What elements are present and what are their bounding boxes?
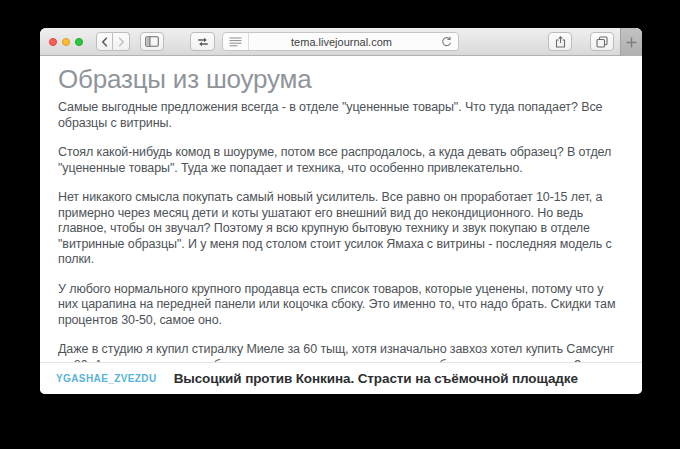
- reader-lines-icon: [229, 37, 242, 47]
- chevron-left-icon: [100, 37, 110, 47]
- close-button[interactable]: [49, 38, 57, 46]
- author-username-link[interactable]: YGASHAE_ZVEZDU: [56, 373, 157, 384]
- sidebar-panel-icon: [145, 36, 159, 47]
- post-paragraph: Нет никакого смысла покупать самый новый…: [58, 190, 625, 268]
- back-button[interactable]: [96, 32, 113, 51]
- swap-arrows-icon: [197, 37, 209, 47]
- chevron-right-icon: [116, 37, 126, 47]
- desktop-background: tema.livejournal.com: [0, 0, 680, 449]
- share-icon: [555, 36, 566, 48]
- next-post-title-link[interactable]: Высоцкий против Конкина. Страсти на съём…: [174, 371, 578, 386]
- forward-button[interactable]: [113, 32, 130, 51]
- tabs-overview-icon: [596, 36, 608, 48]
- post-title: Образцы из шоурума: [58, 64, 625, 94]
- reload-icon: [441, 36, 452, 47]
- nav-buttons: [96, 32, 130, 51]
- next-post-strip: YGASHAE_ZVEZDU Высоцкий против Конкина. …: [40, 362, 642, 394]
- window-controls: [49, 38, 83, 46]
- plus-icon: [626, 37, 637, 48]
- post-paragraph: Стоял какой-нибудь комод в шоуруме, пото…: [58, 145, 625, 176]
- post-paragraph: У любого нормального крупного продавца е…: [58, 282, 625, 329]
- page-content: Образцы из шоурума Самые выгодные предло…: [40, 56, 642, 362]
- browser-window: tema.livejournal.com: [40, 28, 642, 394]
- browser-toolbar: tema.livejournal.com: [40, 28, 642, 56]
- show-tabs-button[interactable]: [590, 32, 614, 51]
- new-tab-button[interactable]: [620, 28, 642, 56]
- url-text[interactable]: tema.livejournal.com: [249, 36, 434, 48]
- reload-button[interactable]: [434, 36, 458, 47]
- post-paragraph: Даже в студию я купил стиралку Миеле за …: [58, 342, 625, 362]
- swap-arrows-button[interactable]: [190, 32, 215, 51]
- post-paragraph: Самые выгодные предложения всегда - в от…: [58, 100, 625, 131]
- zoom-button[interactable]: [75, 38, 83, 46]
- minimize-button[interactable]: [62, 38, 70, 46]
- share-button[interactable]: [548, 32, 572, 51]
- address-bar[interactable]: tema.livejournal.com: [222, 32, 459, 51]
- reader-button[interactable]: [223, 33, 249, 50]
- sidebar-toggle-button[interactable]: [140, 32, 164, 51]
